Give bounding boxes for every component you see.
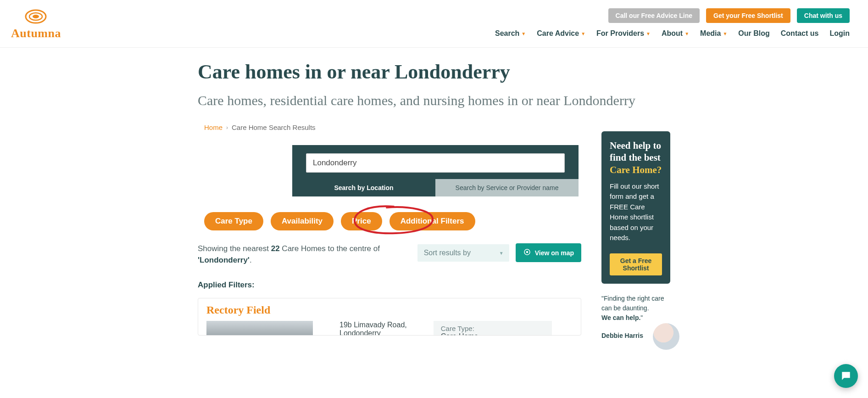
result-card-image — [206, 321, 313, 336]
result-card[interactable]: Rectory Field 19b Limavady Road, Londond… — [198, 298, 581, 336]
brand-logo[interactable]: Autumna — [11, 8, 61, 40]
help-card-title-2: Care Home? — [610, 164, 662, 175]
page-title: Care homes in or near Londonderry — [198, 61, 670, 84]
testimonial-line1: "Finding the right care can be daunting. — [601, 294, 670, 313]
result-card-care-type: Care Type: Care Home — [434, 321, 552, 336]
svg-point-4 — [526, 251, 528, 253]
filter-additional[interactable]: Additional Filters — [389, 212, 475, 230]
breadcrumb-current: Care Home Search Results — [232, 123, 316, 131]
filter-price[interactable]: Price — [341, 212, 382, 230]
nav-media[interactable]: Media▼ — [700, 29, 727, 38]
get-free-shortlist-button[interactable]: Get a Free Shortlist — [610, 253, 662, 275]
sort-results-select[interactable]: Sort results by ▼ — [417, 244, 509, 262]
testimonial: "Finding the right care can be daunting.… — [601, 294, 670, 341]
nav-contact[interactable]: Contact us — [781, 29, 819, 38]
svg-point-2 — [33, 15, 39, 18]
header-right: Call our Free Advice Line Get your Free … — [495, 8, 850, 38]
result-card-address-line2: Londonderry — [339, 329, 407, 336]
map-pin-icon — [523, 248, 531, 258]
nav-care-advice[interactable]: Care Advice▼ — [537, 29, 585, 38]
avatar — [653, 323, 679, 350]
chevron-down-icon: ▼ — [581, 31, 585, 36]
help-card: Need help to find the best Care Home? Fi… — [601, 131, 670, 284]
search-tab-provider[interactable]: Search by Service or Provider name — [435, 179, 579, 196]
results-header: Showing the nearest 22 Care Homes to the… — [198, 243, 581, 266]
free-shortlist-button[interactable]: Get your Free Shortlist — [706, 8, 790, 23]
logo-icon — [25, 8, 47, 25]
filter-care-type[interactable]: Care Type — [204, 212, 263, 230]
nav-login[interactable]: Login — [829, 29, 850, 38]
filter-pills: Care Type Availability Price Additional … — [198, 212, 581, 230]
brand-name: Autumna — [11, 27, 61, 40]
nav-search[interactable]: Search▼ — [495, 29, 526, 38]
chat-with-us-button[interactable]: Chat with us — [797, 8, 850, 23]
nav-about[interactable]: About▼ — [662, 29, 689, 38]
help-card-body: Fill out our short form and get a FREE C… — [610, 181, 662, 243]
chevron-down-icon: ▼ — [723, 31, 727, 36]
search-panel: Search by Location Search by Service or … — [292, 145, 579, 196]
results-count-text: Showing the nearest 22 Care Homes to the… — [198, 243, 390, 266]
help-card-title-1: Need help to find the best — [610, 140, 661, 163]
main-nav: Search▼ Care Advice▼ For Providers▼ Abou… — [495, 29, 850, 38]
search-tab-location[interactable]: Search by Location — [292, 179, 435, 196]
advice-line-button[interactable]: Call our Free Advice Line — [608, 8, 700, 23]
nav-for-providers[interactable]: For Providers▼ — [596, 29, 651, 38]
testimonial-line2: We can help. — [601, 314, 640, 321]
chat-icon — [840, 370, 852, 382]
site-header: Autumna Call our Free Advice Line Get yo… — [0, 0, 868, 48]
nav-blog[interactable]: Our Blog — [738, 29, 769, 38]
filter-availability[interactable]: Availability — [271, 212, 334, 230]
chat-launcher-button[interactable] — [834, 364, 858, 388]
chevron-down-icon: ▼ — [521, 31, 526, 36]
chevron-down-icon: ▼ — [684, 31, 689, 36]
header-top-buttons: Call our Free Advice Line Get your Free … — [608, 8, 850, 23]
result-card-address-line1: 19b Limavady Road, — [339, 321, 407, 329]
applied-filters-label: Applied Filters: — [198, 280, 581, 290]
breadcrumb-home[interactable]: Home — [204, 123, 223, 131]
location-search-input[interactable] — [306, 153, 565, 173]
page-subtitle: Care homes, residential care homes, and … — [198, 91, 670, 110]
chevron-down-icon: ▼ — [646, 31, 651, 36]
result-card-title[interactable]: Rectory Field — [206, 304, 573, 316]
caret-down-icon: ▼ — [499, 250, 504, 255]
chevron-right-icon: › — [226, 124, 228, 131]
breadcrumb: Home › Care Home Search Results — [198, 123, 670, 131]
view-on-map-button[interactable]: View on map — [516, 243, 581, 262]
